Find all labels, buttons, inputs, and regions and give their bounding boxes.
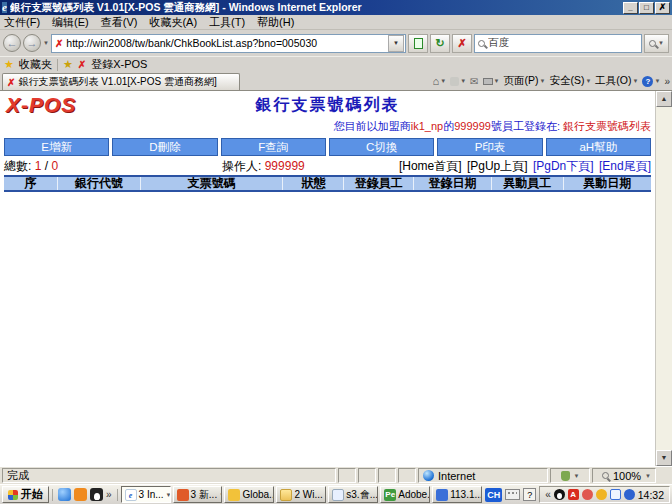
security-menu-button[interactable]: 安全(S)▼: [549, 74, 591, 88]
tray-qq-icon[interactable]: [554, 489, 565, 500]
start-label: 开始: [21, 487, 43, 502]
security-dropdown-icon[interactable]: ▼: [585, 78, 591, 84]
tray-chevron[interactable]: «: [545, 489, 551, 500]
scrollbar-track[interactable]: [656, 107, 672, 450]
system-tray: « A 14:32: [539, 486, 670, 503]
page-menu-button[interactable]: 页面(P)▼: [503, 74, 545, 88]
maximize-button[interactable]: □: [639, 2, 654, 14]
protected-mode-icon: [561, 471, 570, 481]
search-box[interactable]: [474, 34, 642, 53]
browser-window: e 銀行支票號碼列表 V1.01[X-POS 雲通商務網] - Windows …: [0, 0, 672, 504]
task-document[interactable]: s3.會...: [328, 486, 378, 503]
protected-mode-panel[interactable]: ▼: [550, 468, 590, 483]
search-options-dropdown-icon[interactable]: ▼: [658, 40, 664, 46]
total-current: 1: [35, 159, 42, 173]
refresh-button[interactable]: ↻: [430, 34, 450, 53]
tab-title: 銀行支票號碼列表 V1.01[X-POS 雲通商務網]: [18, 75, 216, 89]
zoom-icon: [602, 472, 609, 479]
column-entry-employee: 登錄員工: [344, 177, 414, 190]
page-down-link[interactable]: [PgDn下頁]: [533, 159, 594, 173]
tray-schedule-icon[interactable]: [610, 489, 621, 500]
query-button[interactable]: F查詢: [221, 138, 326, 156]
favorites-button[interactable]: 收藏夹: [19, 57, 52, 72]
input-language-button[interactable]: CH: [485, 488, 502, 502]
protected-mode-dropdown-icon[interactable]: ▼: [574, 473, 580, 479]
menu-tools[interactable]: 工具(T): [209, 15, 245, 30]
task-group-dropdown-icon[interactable]: ▼: [166, 492, 171, 498]
search-input[interactable]: [488, 37, 638, 49]
menu-file[interactable]: 文件(F): [4, 15, 40, 30]
taskbar-clock[interactable]: 14:32: [638, 489, 664, 501]
address-dropdown-button[interactable]: ▼: [388, 35, 404, 52]
task-adobe[interactable]: PeAdobe...: [380, 486, 430, 503]
table-header-row: 序 銀行代號 支票號碼 狀態 登錄員工 登錄日期 異動員工 異動日期: [4, 175, 651, 192]
page-end-link[interactable]: [End尾頁]: [599, 159, 651, 173]
add-favorite-icon[interactable]: ★: [63, 58, 73, 71]
task-group-dropdown-icon[interactable]: ▼: [219, 492, 222, 498]
scroll-down-icon[interactable]: ▼: [656, 450, 672, 466]
quicklaunch-overflow-chevron[interactable]: »: [106, 489, 112, 500]
quicklaunch-browser-icon[interactable]: [58, 488, 71, 501]
home-button[interactable]: ⌂▼: [433, 75, 447, 87]
tray-messenger-icon[interactable]: [582, 489, 593, 500]
zoom-dropdown-icon[interactable]: ▼: [645, 473, 651, 479]
read-mail-button[interactable]: ✉: [470, 76, 478, 87]
tray-update-icon[interactable]: [624, 489, 635, 500]
print-button[interactable]: ▼: [483, 78, 500, 85]
task-ie-group[interactable]: e3 In...▼: [121, 486, 171, 503]
tray-security-icon[interactable]: [596, 489, 607, 500]
menu-edit[interactable]: 编辑(E): [52, 15, 89, 30]
zoom-panel[interactable]: 100% ▼: [592, 468, 656, 483]
task-group-dropdown-icon[interactable]: ▼: [325, 492, 327, 498]
vertical-scrollbar[interactable]: ▲ ▼: [655, 91, 672, 466]
active-tab[interactable]: ✗ 銀行支票號碼列表 V1.01[X-POS 雲通商務網]: [2, 73, 240, 90]
keyboard-layout-icon[interactable]: [505, 489, 520, 500]
forward-button[interactable]: →: [23, 34, 41, 52]
zone-label: Internet: [438, 470, 475, 482]
page-menu-dropdown-icon[interactable]: ▼: [539, 78, 545, 84]
print-dropdown-icon[interactable]: ▼: [494, 78, 500, 84]
menu-help[interactable]: 帮助(H): [257, 15, 294, 30]
language-help-button[interactable]: ?: [523, 488, 536, 501]
switch-button[interactable]: C切換: [329, 138, 434, 156]
feeds-dropdown-icon[interactable]: ▼: [460, 78, 466, 84]
favorite-link-xpos[interactable]: 登錄X-POS: [91, 57, 147, 72]
help-action-button[interactable]: aH幫助: [546, 138, 651, 156]
task-explorer-group[interactable]: 2 Wi...▼: [276, 486, 326, 503]
task-label: 2 Wi...: [294, 489, 322, 500]
address-bar[interactable]: ✗ ▼: [51, 34, 406, 53]
status-panel: [338, 468, 356, 483]
feeds-button[interactable]: ▼: [450, 77, 466, 86]
tools-menu-button[interactable]: 工具(O)▼: [595, 74, 638, 88]
search-go-button[interactable]: ▼: [644, 34, 669, 53]
favorites-star-icon: ★: [4, 58, 14, 71]
back-button[interactable]: ←: [3, 34, 21, 52]
history-dropdown-icon[interactable]: ▼: [43, 40, 49, 46]
print-report-button[interactable]: P印表: [437, 138, 542, 156]
help-dropdown-icon[interactable]: ▼: [654, 78, 660, 84]
task-global[interactable]: Globa...: [224, 486, 274, 503]
quicklaunch-qq-icon[interactable]: [90, 488, 103, 501]
help-button[interactable]: ?▼: [642, 76, 660, 87]
quicklaunch-wangwang-icon[interactable]: [74, 488, 87, 501]
task-remote[interactable]: 113.1...: [432, 486, 482, 503]
menu-favorites[interactable]: 收藏夹(A): [149, 15, 197, 30]
add-button[interactable]: E增新: [4, 138, 109, 156]
minimize-button[interactable]: _: [623, 2, 638, 14]
employee-id: 999999: [454, 120, 491, 132]
stop-button[interactable]: ✗: [452, 34, 472, 53]
close-button[interactable]: ✗: [655, 2, 670, 14]
start-button[interactable]: 开始: [2, 486, 49, 503]
menu-view[interactable]: 查看(V): [101, 15, 138, 30]
address-input[interactable]: [66, 37, 385, 49]
total-label: 總數:: [4, 159, 31, 173]
compatibility-view-button[interactable]: [408, 34, 428, 53]
task-new-group[interactable]: 3 新...▼: [173, 486, 223, 503]
tools-dropdown-icon[interactable]: ▼: [633, 78, 639, 84]
commandbar-overflow-chevron[interactable]: »: [664, 76, 670, 87]
delete-button[interactable]: D刪除: [112, 138, 217, 156]
home-dropdown-icon[interactable]: ▼: [440, 78, 446, 84]
scroll-up-icon[interactable]: ▲: [656, 91, 672, 107]
tray-foxmail-icon[interactable]: A: [568, 489, 579, 500]
mail-icon: ✉: [470, 76, 478, 87]
